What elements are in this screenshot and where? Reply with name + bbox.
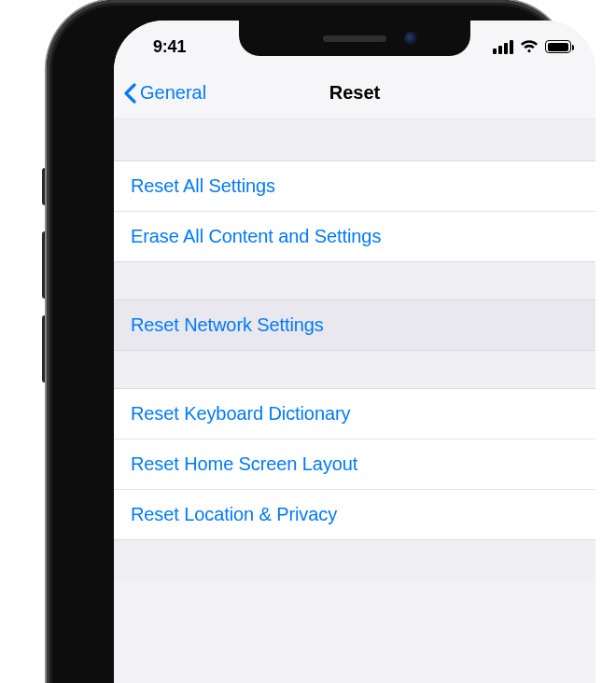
- notch: [239, 21, 470, 56]
- front-camera: [404, 32, 418, 46]
- cellular-signal-icon: [493, 40, 513, 54]
- status-time: 9:41: [144, 32, 186, 57]
- list-group-2: Reset Network Settings: [114, 300, 595, 351]
- list-group-1: Reset All Settings Erase All Content and…: [114, 160, 595, 262]
- reset-location-privacy-row[interactable]: Reset Location & Privacy: [114, 489, 595, 539]
- reset-network-settings-row[interactable]: Reset Network Settings: [114, 300, 595, 350]
- erase-all-content-row[interactable]: Erase All Content and Settings: [114, 211, 595, 261]
- battery-icon: [545, 40, 571, 53]
- list-item-label: Reset Keyboard Dictionary: [131, 403, 350, 424]
- list-item-label: Reset Home Screen Layout: [131, 453, 357, 474]
- device-body: 9:41: [47, 0, 569, 683]
- back-button[interactable]: General: [123, 82, 329, 104]
- section-gap: [114, 540, 595, 581]
- screen: 9:41: [114, 21, 595, 683]
- section-gap: [114, 119, 595, 160]
- reset-home-screen-layout-row[interactable]: Reset Home Screen Layout: [114, 439, 595, 489]
- reset-keyboard-dictionary-row[interactable]: Reset Keyboard Dictionary: [114, 389, 595, 439]
- section-gap: [114, 262, 595, 300]
- navigation-bar: General Reset: [114, 67, 595, 119]
- list-item-label: Reset Network Settings: [131, 314, 324, 335]
- back-label: General: [140, 82, 206, 104]
- list-group-3: Reset Keyboard Dictionary Reset Home Scr…: [114, 388, 595, 540]
- list-item-label: Reset Location & Privacy: [131, 504, 337, 524]
- status-indicators: [493, 35, 571, 54]
- list-item-label: Erase All Content and Settings: [131, 226, 381, 246]
- page-title: Reset: [329, 82, 380, 104]
- wifi-icon: [520, 40, 539, 54]
- content-scroll[interactable]: Reset All Settings Erase All Content and…: [114, 119, 595, 581]
- chevron-left-icon: [123, 83, 136, 104]
- speaker-grille: [323, 35, 386, 42]
- phone-frame: 9:41: [0, 0, 616, 683]
- section-gap: [114, 351, 595, 388]
- reset-all-settings-row[interactable]: Reset All Settings: [114, 161, 595, 211]
- list-item-label: Reset All Settings: [131, 175, 275, 196]
